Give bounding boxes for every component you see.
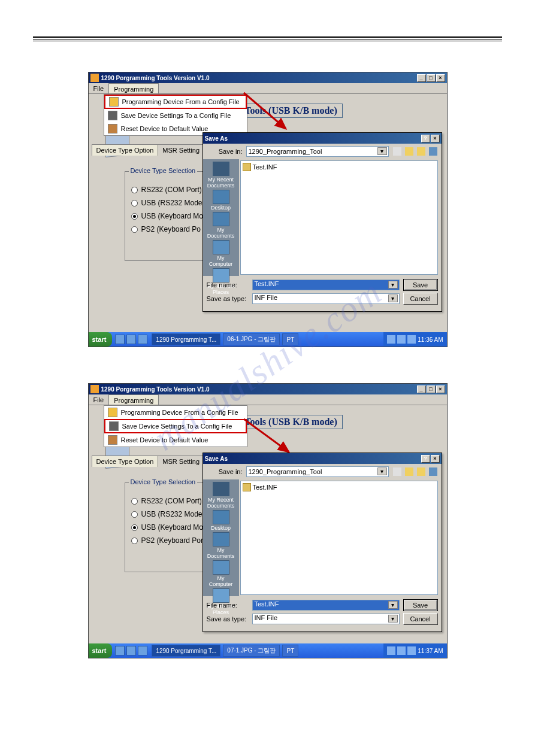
places-bar: My Recent Documents Desktop My Documents… bbox=[203, 159, 239, 276]
up-folder-icon[interactable] bbox=[404, 147, 414, 156]
quicklaunch-icon[interactable] bbox=[138, 646, 147, 655]
views-icon[interactable] bbox=[428, 467, 438, 476]
tab-msr-setting[interactable]: MSR Setting bbox=[158, 144, 204, 156]
quicklaunch-icon[interactable] bbox=[126, 335, 136, 344]
menu-item-programming-device[interactable]: Programming Device From a Config File bbox=[104, 406, 247, 419]
tray-icon[interactable] bbox=[387, 335, 395, 344]
programming-dropdown: Programming Device From a Config File Sa… bbox=[104, 405, 247, 447]
back-icon[interactable] bbox=[392, 147, 402, 156]
place-computer[interactable]: My Computer bbox=[205, 560, 237, 587]
tray-icon[interactable] bbox=[397, 646, 406, 655]
programming-dropdown: Programming Device From a Config File Sa… bbox=[104, 94, 247, 136]
filename-value: Test.INF bbox=[255, 280, 279, 287]
save-as-dialog: Save As ? × Save in: 1290_Programming_To… bbox=[202, 453, 442, 632]
file-item[interactable]: Test.INF bbox=[243, 163, 436, 171]
quicklaunch-icon[interactable] bbox=[115, 335, 125, 344]
window-title: 1290 Porgramming Tools Version V1.0 bbox=[101, 386, 417, 393]
menu-programming[interactable]: Programming bbox=[108, 394, 159, 405]
start-button[interactable]: start bbox=[89, 332, 113, 347]
menu-item-save-settings[interactable]: Save Device Settings To a Config File bbox=[104, 109, 247, 122]
tray-icon[interactable] bbox=[407, 335, 416, 344]
filename-input[interactable]: Test.INF bbox=[252, 280, 400, 290]
quicklaunch-icon[interactable] bbox=[126, 646, 136, 655]
maximize-button[interactable]: □ bbox=[427, 385, 436, 393]
tray-icon[interactable] bbox=[387, 646, 395, 655]
file-list[interactable]: Test.INF bbox=[240, 160, 438, 275]
start-button[interactable]: start bbox=[89, 643, 113, 658]
radio-icon bbox=[131, 524, 138, 531]
radio-icon bbox=[131, 511, 138, 518]
save-icon bbox=[109, 421, 119, 431]
close-button[interactable]: × bbox=[436, 385, 445, 393]
cancel-button[interactable]: Cancel bbox=[403, 613, 438, 625]
file-icon bbox=[243, 483, 251, 491]
menu-item-reset-device[interactable]: Reset Device to Default Value bbox=[104, 433, 247, 447]
clock: 11:37 AM bbox=[418, 648, 443, 654]
places-bar: My Recent Documents Desktop My Documents… bbox=[203, 479, 239, 596]
close-button[interactable]: × bbox=[436, 74, 445, 82]
app-icon bbox=[90, 385, 99, 393]
save-button[interactable]: Save bbox=[403, 279, 438, 291]
type-combo[interactable]: INF File bbox=[252, 293, 400, 304]
back-icon[interactable] bbox=[392, 467, 402, 476]
titlebar: 1290 Porgramming Tools Version V1.0 _ □ … bbox=[89, 72, 447, 83]
filename-label: File name: bbox=[207, 281, 249, 289]
menu-file[interactable]: File bbox=[89, 394, 109, 405]
filename-input[interactable]: Test.INF bbox=[252, 600, 400, 611]
place-documents[interactable]: My Documents bbox=[205, 212, 237, 239]
cancel-button[interactable]: Cancel bbox=[403, 293, 438, 305]
tray-icon[interactable] bbox=[397, 335, 406, 344]
taskbar-button[interactable]: 1290 Porgramming T... bbox=[152, 645, 220, 657]
menu-programming[interactable]: Programming bbox=[108, 83, 159, 93]
file-list[interactable]: Test.INF bbox=[240, 481, 438, 595]
help-button[interactable]: ? bbox=[421, 135, 430, 142]
views-icon[interactable] bbox=[428, 147, 438, 156]
tab-msr-setting[interactable]: MSR Setting bbox=[158, 456, 204, 467]
taskbar-button[interactable]: 07-1.JPG - 그림판 bbox=[223, 645, 280, 657]
minimize-button[interactable]: _ bbox=[417, 385, 426, 393]
radio-label: PS2 (Keyboard Po bbox=[141, 225, 201, 233]
screenshot-1: 1290 Porgramming Tools Version V1.0 _ □ … bbox=[88, 72, 448, 347]
new-folder-icon[interactable] bbox=[416, 147, 426, 156]
help-button[interactable]: ? bbox=[421, 455, 430, 463]
taskbar: start 1290 Porgramming T... 06-1.JPG - 그… bbox=[89, 332, 447, 347]
menu-item-save-settings[interactable]: Save Device Settings To a Config File bbox=[104, 419, 247, 433]
quicklaunch-icon[interactable] bbox=[138, 335, 147, 344]
tray-icon[interactable] bbox=[407, 646, 416, 655]
file-item[interactable]: Test.INF bbox=[243, 483, 436, 491]
menu-item-label: Save Device Settings To a Config File bbox=[122, 423, 232, 430]
dialog-title: Save As bbox=[205, 456, 421, 462]
savein-combo[interactable]: 1290_Programming_Tool bbox=[246, 466, 389, 477]
taskbar-button[interactable]: PT bbox=[282, 645, 298, 657]
place-documents[interactable]: My Documents bbox=[205, 532, 237, 559]
quicklaunch-icon[interactable] bbox=[115, 646, 125, 655]
tab-device-type[interactable]: Device Type Option bbox=[92, 456, 159, 467]
radio-icon bbox=[131, 187, 138, 193]
tab-device-type[interactable]: Device Type Option bbox=[92, 144, 159, 156]
system-tray: 11:37 AM bbox=[383, 643, 446, 658]
place-desktop[interactable]: Desktop bbox=[205, 190, 237, 211]
dialog-close-button[interactable]: × bbox=[431, 135, 440, 142]
taskbar: start 1290 Porgramming T... 07-1.JPG - 그… bbox=[89, 643, 447, 658]
taskbar-button[interactable]: PT bbox=[282, 333, 298, 345]
titlebar: 1290 Porgramming Tools Version V1.0 _ □ … bbox=[89, 384, 447, 394]
taskbar-button[interactable]: 1290 Porgramming T... bbox=[152, 333, 220, 345]
place-computer[interactable]: My Computer bbox=[205, 240, 237, 267]
menu-item-programming-device[interactable]: Programming Device From a Config File bbox=[104, 95, 247, 109]
save-button[interactable]: Save bbox=[403, 599, 438, 611]
dialog-close-button[interactable]: × bbox=[431, 455, 440, 463]
type-combo[interactable]: INF File bbox=[252, 614, 400, 624]
new-folder-icon[interactable] bbox=[416, 467, 426, 476]
menu-file[interactable]: File bbox=[89, 83, 109, 93]
taskbar-button[interactable]: 06-1.JPG - 그림판 bbox=[223, 333, 280, 345]
savein-label: Save in: bbox=[207, 468, 243, 475]
savein-combo[interactable]: 1290_Programming_Tool bbox=[246, 146, 389, 157]
place-desktop[interactable]: Desktop bbox=[205, 510, 237, 531]
network-icon bbox=[213, 588, 229, 603]
place-recent[interactable]: My Recent Documents bbox=[205, 162, 237, 189]
minimize-button[interactable]: _ bbox=[417, 74, 426, 82]
maximize-button[interactable]: □ bbox=[427, 74, 436, 82]
up-folder-icon[interactable] bbox=[404, 467, 414, 476]
place-recent[interactable]: My Recent Documents bbox=[205, 482, 237, 509]
place-label: My Computer bbox=[209, 255, 233, 267]
